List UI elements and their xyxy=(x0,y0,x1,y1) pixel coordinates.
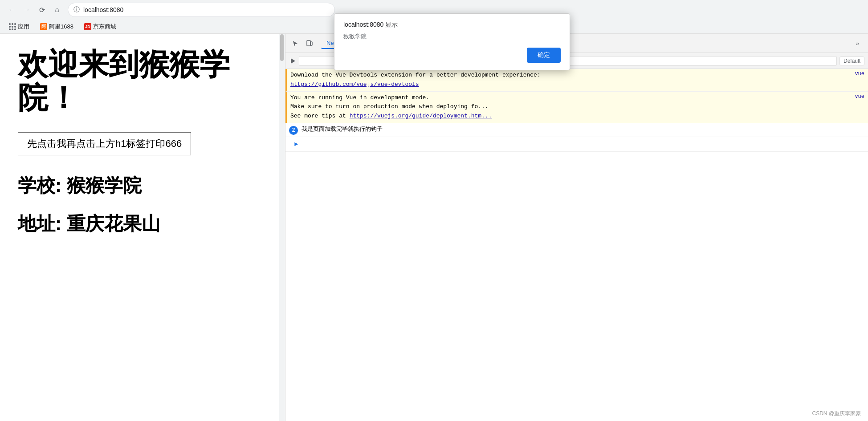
alert-title: localhost:8080 显示 xyxy=(343,21,561,29)
console-source-2[interactable]: vue xyxy=(855,93,864,100)
nav-buttons: ← → ⟳ ⌂ xyxy=(5,4,63,16)
deployment-link[interactable]: https://vuejs.org/guide/deployment.htm..… xyxy=(350,113,492,119)
console-content: Download the Vue Devtools extension for … xyxy=(285,69,868,421)
devtools-panel: Network » Default Download the Vue Devto… xyxy=(285,34,868,421)
print-button[interactable]: 先点击我再点击上方h1标签打印666 xyxy=(18,132,191,155)
school-info: 学校: 猴猴学院 xyxy=(18,173,267,198)
bookmark-apps-label: 应用 xyxy=(18,23,29,31)
scrollbar-thumb[interactable] xyxy=(280,34,284,61)
console-row-arrow: ► xyxy=(285,137,868,152)
console-source-1[interactable]: vue xyxy=(855,71,864,77)
reload-button[interactable]: ⟳ xyxy=(36,4,48,16)
address-bar[interactable]: ⓘ localhost:8080 xyxy=(68,3,335,17)
jd-icon: JD xyxy=(84,23,91,30)
svg-rect-1 xyxy=(310,42,312,45)
page-heading: 欢迎来到猴猴学院！ xyxy=(18,48,267,114)
back-button[interactable]: ← xyxy=(5,4,18,16)
cursor-tool-button[interactable] xyxy=(289,37,302,50)
url-text: localhost:8080 xyxy=(83,6,123,13)
address-info: 地址: 重庆花果山 xyxy=(18,211,267,236)
console-expand-arrow[interactable]: ► xyxy=(291,139,302,150)
console-text-devmode: You are running Vue in development mode.… xyxy=(290,93,855,121)
console-text-devtools: Download the Vue Devtools extension for … xyxy=(290,71,855,89)
bookmark-ali-label: 阿里1688 xyxy=(49,23,73,31)
alert-dialog: localhost:8080 显示 猴猴学院 确定 xyxy=(334,13,570,70)
default-button[interactable]: Default xyxy=(839,57,864,65)
alert-confirm-button[interactable]: 确定 xyxy=(527,48,561,63)
apps-icon xyxy=(9,23,16,30)
play-icon xyxy=(289,57,296,65)
console-text-hook: 我是页面加载完毕就执行的钩子 xyxy=(302,125,864,134)
home-button[interactable]: ⌂ xyxy=(51,4,63,16)
forward-button[interactable]: → xyxy=(20,4,33,16)
ali-icon: 阿 xyxy=(40,23,47,30)
console-badge: 2 xyxy=(289,126,298,135)
scrollbar-track[interactable] xyxy=(279,34,285,421)
svg-rect-0 xyxy=(307,40,310,46)
svg-marker-2 xyxy=(291,58,295,64)
more-tabs-button[interactable]: » xyxy=(851,38,864,49)
devtools-link[interactable]: https://github.com/vuejs/vue-devtools xyxy=(290,81,419,88)
console-row-hook: 2 我是页面加载完毕就执行的钩子 xyxy=(285,123,868,137)
alert-message: 猴猴学院 xyxy=(343,32,561,40)
console-row-vue-devtools: Download the Vue Devtools extension for … xyxy=(285,69,868,92)
bookmark-jd[interactable]: JD 京东商城 xyxy=(81,22,120,32)
lock-icon: ⓘ xyxy=(73,6,80,14)
csdn-watermark: CSDN @重庆李家豪 xyxy=(812,410,861,417)
bookmark-jd-label: 京东商城 xyxy=(93,23,116,31)
bookmark-ali[interactable]: 阿 阿里1688 xyxy=(37,22,77,32)
page-content: 欢迎来到猴猴学院！ 先点击我再点击上方h1标签打印666 学校: 猴猴学院 地址… xyxy=(0,34,285,421)
device-tool-button[interactable] xyxy=(303,37,316,50)
main-area: 欢迎来到猴猴学院！ 先点击我再点击上方h1标签打印666 学校: 猴猴学院 地址… xyxy=(0,34,868,421)
bookmark-apps[interactable]: 应用 xyxy=(5,22,33,32)
console-row-vue-dev: You are running Vue in development mode.… xyxy=(285,92,868,123)
alert-buttons: 确定 xyxy=(343,48,561,63)
